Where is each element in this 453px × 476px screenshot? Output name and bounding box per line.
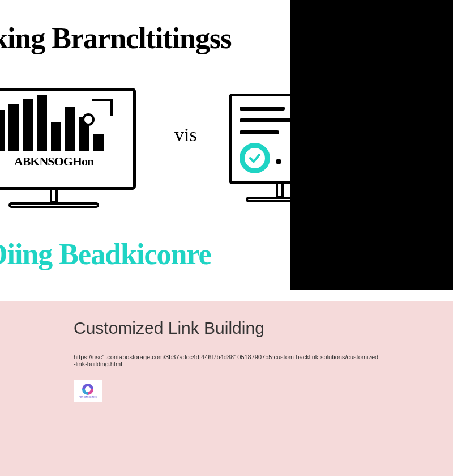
brand-logo: PBN BACKLINKS [74, 380, 102, 402]
monitor-stand-icon [50, 189, 58, 203]
monitor-base-icon [246, 197, 290, 202]
hero-top-heading: oking Brarncltitingss [0, 22, 232, 55]
logo-caption: PBN BACKLINKS [79, 396, 97, 398]
content-section: Customized Link Building https://usc1.co… [0, 301, 453, 476]
monitor-right [229, 94, 290, 202]
page-url: https://usc1.contabostorage.com/3b37adcc… [74, 354, 379, 367]
swirl-icon [82, 384, 93, 395]
spacer [0, 290, 453, 301]
monitor-right-frame [229, 94, 290, 184]
dot-icon [276, 159, 281, 164]
hero-black-panel [290, 0, 453, 290]
chart-decoration-circle-icon [82, 113, 95, 126]
page-title: Customized Link Building [74, 318, 379, 338]
hero-illustration: oking Brarncltitingss [0, 0, 290, 290]
monitors-row: ABKNSOGHon vis [0, 88, 290, 230]
vis-label: vis [174, 124, 197, 146]
monitor-left-frame: ABKNSOGHon [0, 88, 136, 190]
hero-bottom-heading: Diing Beadkiconre [0, 237, 211, 271]
text-lines-icon [240, 107, 290, 134]
hero-row: oking Brarncltitingss [0, 0, 453, 290]
monitor-left: ABKNSOGHon [0, 88, 136, 208]
monitor-stand-icon [276, 183, 284, 198]
checkmark-circle-icon [240, 143, 270, 173]
monitor-left-caption: ABKNSOGHon [0, 154, 127, 169]
chart-decoration-icon [92, 99, 113, 116]
monitor-base-icon [8, 202, 99, 208]
